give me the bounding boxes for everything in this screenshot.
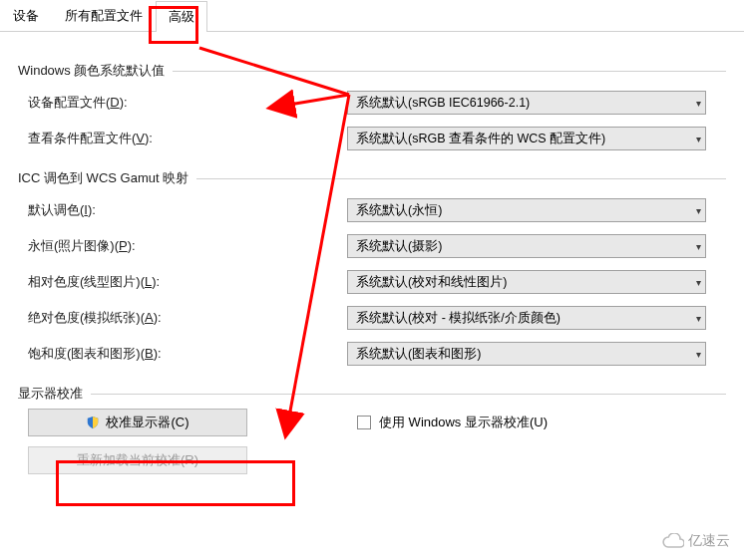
row-relative: 相对色度(线型图片)(L): 系统默认(校对和线性图片) ▾: [28, 269, 726, 295]
chevron-down-icon: ▾: [696, 349, 701, 360]
label-device-profile: 设备配置文件(D):: [28, 94, 347, 112]
label-absolute: 绝对色度(模拟纸张)(A):: [28, 309, 347, 327]
chevron-down-icon: ▾: [696, 313, 701, 324]
tab-label: 高级: [169, 9, 194, 24]
section-title: ICC 调色到 WCS Gamut 映射: [18, 169, 188, 187]
label-saturation: 饱和度(图表和图形)(B):: [28, 345, 347, 363]
section-title: Windows 颜色系统默认值: [18, 62, 165, 80]
divider: [173, 71, 726, 72]
tab-all-profiles[interactable]: 所有配置文件: [52, 0, 156, 31]
row-viewing-profile: 查看条件配置文件(V): 系统默认(sRGB 查看条件的 WCS 配置文件) ▾: [28, 126, 726, 151]
dropdown-saturation[interactable]: 系统默认(图表和图形) ▾: [347, 342, 706, 366]
chevron-down-icon: ▾: [696, 134, 701, 144]
tab-devices[interactable]: 设备: [0, 0, 52, 31]
use-windows-calibration[interactable]: 使用 Windows 显示器校准(U): [357, 414, 548, 431]
tab-content: Windows 颜色系统默认值 设备配置文件(D): 系统默认(sRGB IEC…: [0, 32, 744, 474]
tab-advanced[interactable]: 高级: [156, 1, 207, 32]
tab-label: 设备: [13, 8, 39, 23]
dropdown-value: 系统默认(校对 - 模拟纸张/介质颜色): [356, 310, 560, 327]
dropdown-viewing-profile[interactable]: 系统默认(sRGB 查看条件的 WCS 配置文件) ▾: [347, 127, 706, 150]
tab-bar: 设备 所有配置文件 高级: [0, 0, 744, 32]
row-device-profile: 设备配置文件(D): 系统默认(sRGB IEC61966-2.1) ▾: [28, 90, 726, 116]
button-label: 校准显示器(C): [106, 414, 188, 431]
dropdown-value: 系统默认(图表和图形): [356, 346, 481, 363]
dropdown-value: 系统默认(sRGB IEC61966-2.1): [356, 95, 530, 112]
label-viewing-profile: 查看条件配置文件(V):: [28, 130, 347, 147]
shield-icon: [86, 416, 100, 429]
label-relative: 相对色度(线型图片)(L):: [28, 273, 347, 291]
row-perceptual: 永恒(照片图像)(P): 系统默认(摄影) ▾: [28, 233, 726, 259]
section-header-calibrate: 显示器校准: [18, 385, 726, 403]
row-reload: 重新加载当前校准(R): [28, 446, 726, 474]
checkbox-label: 使用 Windows 显示器校准(U): [379, 414, 548, 431]
chevron-down-icon: ▾: [696, 241, 701, 252]
dropdown-absolute[interactable]: 系统默认(校对 - 模拟纸张/介质颜色) ▾: [347, 306, 706, 330]
watermark: 亿速云: [662, 532, 730, 550]
chevron-down-icon: ▾: [696, 98, 701, 109]
label-perceptual: 永恒(照片图像)(P):: [28, 237, 347, 255]
calibrate-display-button[interactable]: 校准显示器(C): [28, 409, 247, 436]
watermark-text: 亿速云: [688, 532, 730, 550]
dropdown-default-tone[interactable]: 系统默认(永恒) ▾: [347, 198, 706, 222]
dropdown-perceptual[interactable]: 系统默认(摄影) ▾: [347, 234, 706, 258]
checkbox-icon: [357, 416, 371, 429]
chevron-down-icon: ▾: [696, 277, 701, 288]
dropdown-value: 系统默认(sRGB 查看条件的 WCS 配置文件): [356, 131, 605, 147]
row-calibrate: 校准显示器(C) 使用 Windows 显示器校准(U): [28, 409, 726, 436]
chevron-down-icon: ▾: [696, 205, 701, 216]
row-saturation: 饱和度(图表和图形)(B): 系统默认(图表和图形) ▾: [28, 341, 726, 367]
section-header-defaults: Windows 颜色系统默认值: [18, 62, 726, 80]
cloud-icon: [662, 533, 684, 549]
dropdown-relative[interactable]: 系统默认(校对和线性图片) ▾: [347, 270, 706, 294]
dropdown-value: 系统默认(永恒): [356, 202, 442, 219]
dropdown-value: 系统默认(校对和线性图片): [356, 274, 507, 291]
reload-calibration-button: 重新加载当前校准(R): [28, 446, 247, 474]
divider: [91, 394, 726, 395]
section-header-icc: ICC 调色到 WCS Gamut 映射: [18, 169, 726, 187]
button-label: 重新加载当前校准(R): [77, 451, 198, 469]
divider: [196, 178, 726, 179]
dropdown-value: 系统默认(摄影): [356, 238, 442, 255]
row-absolute: 绝对色度(模拟纸张)(A): 系统默认(校对 - 模拟纸张/介质颜色) ▾: [28, 305, 726, 331]
dropdown-device-profile[interactable]: 系统默认(sRGB IEC61966-2.1) ▾: [347, 91, 706, 115]
tab-label: 所有配置文件: [65, 8, 143, 23]
label-default-tone: 默认调色(I):: [28, 201, 347, 219]
section-title: 显示器校准: [18, 385, 83, 403]
row-default-tone: 默认调色(I): 系统默认(永恒) ▾: [28, 197, 726, 223]
